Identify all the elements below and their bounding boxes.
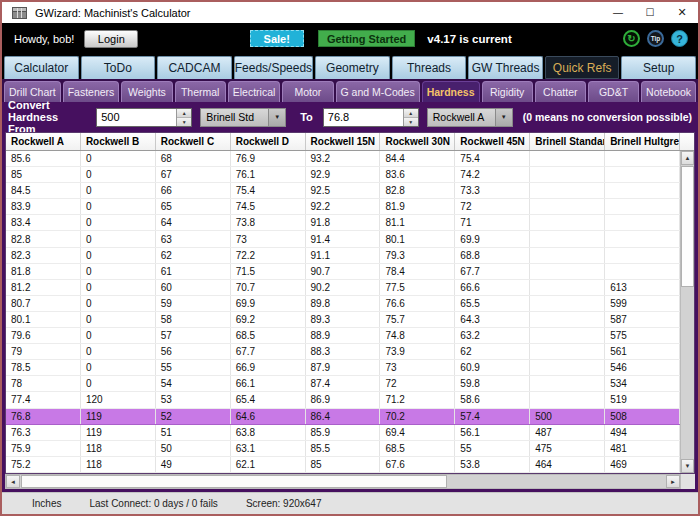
column-header-brinell-standard[interactable]: Brinell Standard <box>530 133 605 150</box>
table-row[interactable]: 83.906574.592.281.972 <box>6 199 680 215</box>
login-button[interactable]: Login <box>84 30 138 48</box>
table-cell: 80.1 <box>6 312 81 327</box>
sub-tab-electrical[interactable]: Electrical <box>228 81 281 102</box>
table-row[interactable]: 82.80637391.480.169.9 <box>6 231 680 247</box>
column-header-rockwell-a[interactable]: Rockwell A <box>6 133 81 150</box>
main-tab-geometry[interactable]: Geometry <box>315 56 390 79</box>
table-row[interactable]: 7805466.187.47259.8534 <box>6 376 680 392</box>
chevron-down-icon[interactable]: ▼ <box>495 109 512 126</box>
from-value-input[interactable] <box>97 109 176 126</box>
sub-tab-weights[interactable]: Weights <box>121 81 172 102</box>
main-tab-gw-threads[interactable]: GW Threads <box>468 56 543 79</box>
table-row[interactable]: 77.41205365.486.971.258.6519 <box>6 392 680 408</box>
greeting-text: Howdy, bob! <box>14 33 74 45</box>
horizontal-scroll-track[interactable] <box>20 475 666 488</box>
main-tab-calculator[interactable]: Calculator <box>4 56 79 79</box>
table-cell: 63.1 <box>231 441 306 456</box>
vertical-scroll-thumb[interactable] <box>681 166 694 287</box>
to-value-input[interactable] <box>324 109 403 126</box>
main-tab-quick-refs[interactable]: Quick Refs <box>545 56 620 79</box>
main-tab-feeds-speeds[interactable]: Feeds/Speeds <box>234 56 313 79</box>
scroll-down-icon[interactable]: ▼ <box>681 459 694 473</box>
table-cell: 475 <box>530 441 605 456</box>
help-icon[interactable]: ? <box>671 30 688 47</box>
table-cell: 67 <box>156 167 231 182</box>
maximize-button[interactable]: ☐ <box>634 2 666 23</box>
sub-tab-gd-t[interactable]: GD&T <box>588 81 639 102</box>
scroll-left-icon[interactable]: ◄ <box>6 475 20 488</box>
close-button[interactable]: ✕ <box>666 2 698 23</box>
column-header-rockwell-d[interactable]: Rockwell D <box>231 133 306 150</box>
getting-started-button[interactable]: Getting Started <box>318 30 415 47</box>
spin-up-icon[interactable]: ▲ <box>177 109 191 118</box>
table-row[interactable]: 76.31195163.885.969.456.1487494 <box>6 425 680 441</box>
table-cell: 71.5 <box>231 264 306 279</box>
table-row[interactable]: 82.306272.291.179.368.8 <box>6 248 680 264</box>
scroll-up-icon[interactable]: ▲ <box>681 151 694 165</box>
main-tab-setup[interactable]: Setup <box>621 56 696 79</box>
table-cell: 91.1 <box>306 248 381 263</box>
table-row[interactable]: 79.605768.588.974.863.2575 <box>6 328 680 344</box>
table-row-selected[interactable]: 76.81195264.686.470.257.4500508 <box>6 409 680 425</box>
minimize-button[interactable]: — <box>602 2 634 23</box>
horizontal-scroll-thumb[interactable] <box>21 475 447 488</box>
sub-tab-rigidity[interactable]: Rigidity <box>482 81 533 102</box>
table-cell: 59 <box>156 296 231 311</box>
column-header-rockwell-b[interactable]: Rockwell B <box>81 133 156 150</box>
table-cell: 57 <box>156 328 231 343</box>
from-unit-select[interactable]: Brinell Std ▼ <box>200 108 286 127</box>
table-cell: 85.9 <box>306 425 381 440</box>
table-row[interactable]: 78.505566.987.97360.9546 <box>6 360 680 376</box>
tip-icon[interactable]: Tip <box>647 30 664 47</box>
sale-button[interactable]: Sale! <box>250 30 304 47</box>
column-header-rockwell-45n[interactable]: Rockwell 45N <box>455 133 530 150</box>
table-row[interactable]: 81.206070.790.277.566.6613 <box>6 280 680 296</box>
column-header-rockwell-30n[interactable]: Rockwell 30N <box>380 133 455 150</box>
sub-tab-chatter[interactable]: Chatter <box>535 81 586 102</box>
scroll-right-icon[interactable]: ► <box>666 475 680 488</box>
sub-tab-hardness[interactable]: Hardness <box>422 81 480 102</box>
main-tab-cadcam[interactable]: CADCAM <box>157 56 232 79</box>
column-header-brinell-hultgren[interactable]: Brinell Hultgren <box>605 133 680 150</box>
vertical-scrollbar[interactable]: ▲ ▼ <box>680 151 694 473</box>
table-row[interactable]: 81.806171.590.778.467.7 <box>6 264 680 280</box>
table-row[interactable]: 84.506675.492.582.873.3 <box>6 183 680 199</box>
spin-down-icon[interactable]: ▼ <box>177 118 191 126</box>
table-row[interactable]: 80.105869.289.375.764.3587 <box>6 312 680 328</box>
table-cell: 120 <box>81 392 156 407</box>
table-row[interactable]: 75.91185063.185.568.555475481 <box>6 441 680 457</box>
sub-tab-notebook[interactable]: Notebook <box>641 81 696 102</box>
table-row[interactable]: 8506776.192.983.674.2 <box>6 167 680 183</box>
main-tab-threads[interactable]: Threads <box>392 56 467 79</box>
table-row[interactable]: 80.705969.989.876.665.5599 <box>6 296 680 312</box>
table-cell: 86.9 <box>306 392 381 407</box>
spin-down-icon[interactable]: ▼ <box>404 118 418 126</box>
sub-tab-motor[interactable]: Motor <box>282 81 333 102</box>
table-body: 85.606876.993.284.475.48506776.192.983.6… <box>6 151 680 473</box>
table-cell: 49 <box>156 457 231 472</box>
horizontal-scrollbar[interactable]: ◄ ► <box>5 474 681 489</box>
table-cell: 70.7 <box>231 280 306 295</box>
table-row[interactable]: 75.21184962.18567.653.8464469 <box>6 457 680 473</box>
vertical-scroll-track[interactable] <box>681 165 694 459</box>
table-cell: 494 <box>605 425 680 440</box>
table-row[interactable]: 83.406473.891.881.171 <box>6 215 680 231</box>
table-cell: 534 <box>605 376 680 391</box>
table-cell: 81.9 <box>380 199 455 214</box>
main-tab-todo[interactable]: ToDo <box>81 56 156 79</box>
table-row[interactable]: 7905667.788.373.962561 <box>6 344 680 360</box>
refresh-icon[interactable]: ↻ <box>623 30 640 47</box>
table-cell <box>530 296 605 311</box>
chevron-down-icon[interactable]: ▼ <box>268 109 285 126</box>
column-header-rockwell-15n[interactable]: Rockwell 15N <box>306 133 381 150</box>
table-cell: 68 <box>156 151 231 166</box>
to-unit-select[interactable]: Rockwell A ▼ <box>427 108 513 127</box>
sub-tab-thermal[interactable]: Thermal <box>175 81 226 102</box>
table-row[interactable]: 85.606876.993.284.475.4 <box>6 151 680 167</box>
table-cell: 80.7 <box>6 296 81 311</box>
table-cell: 88.3 <box>306 344 381 359</box>
column-header-rockwell-c[interactable]: Rockwell C <box>156 133 231 150</box>
table-cell: 70.2 <box>380 409 455 424</box>
spin-up-icon[interactable]: ▲ <box>404 109 418 118</box>
sub-tab-g-and-m-codes[interactable]: G and M-Codes <box>336 81 420 102</box>
